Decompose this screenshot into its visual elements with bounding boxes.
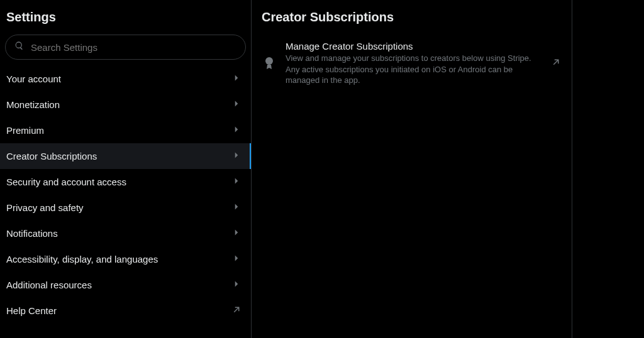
chevron-right-icon (231, 201, 242, 214)
chevron-right-icon (231, 150, 242, 163)
sidebar-item-label: Premium (6, 125, 44, 136)
search-icon (14, 41, 25, 53)
sidebar-item-label: Additional resources (6, 280, 92, 290)
chevron-right-icon (231, 72, 242, 85)
search-input[interactable] (31, 42, 236, 53)
sidebar-item-creator-subscriptions[interactable]: Creator Subscriptions (0, 143, 251, 169)
sidebar-item-label: Help Center (6, 305, 57, 316)
sidebar-item-privacy[interactable]: Privacy and safety (0, 195, 251, 221)
chevron-right-icon (231, 124, 242, 137)
sidebar-item-label: Accessibility, display, and languages (6, 254, 158, 264)
sidebar-item-notifications[interactable]: Notifications (0, 221, 251, 246)
sidebar-item-premium[interactable]: Premium (0, 117, 251, 143)
svg-point-0 (265, 57, 273, 65)
card-description: View and manage your subscriptions to cr… (286, 53, 540, 86)
card-text: Manage Creator Subscriptions View and ma… (277, 41, 550, 86)
sidebar-item-additional-resources[interactable]: Additional resources (0, 272, 251, 298)
chevron-right-icon (231, 278, 242, 292)
sidebar-item-label: Your account (6, 74, 61, 84)
search-field[interactable] (5, 35, 246, 60)
sidebar-title: Settings (0, 6, 251, 31)
badge-icon (262, 57, 277, 70)
sidebar-item-help-center[interactable]: Help Center (0, 298, 251, 324)
sidebar-item-security[interactable]: Security and account access (0, 169, 251, 195)
chevron-right-icon (231, 175, 242, 188)
page-title: Creator Subscriptions (252, 6, 572, 35)
settings-sidebar: Settings Your account Monetization Premi… (0, 0, 252, 338)
sidebar-item-accessibility[interactable]: Accessibility, display, and languages (0, 246, 251, 272)
main-panel: Creator Subscriptions Manage Creator Sub… (252, 0, 572, 338)
chevron-right-icon (231, 253, 242, 266)
sidebar-item-label: Monetization (6, 99, 60, 110)
external-link-icon (550, 57, 562, 70)
search-container (0, 31, 251, 66)
chevron-right-icon (231, 227, 242, 240)
right-gutter (572, 0, 644, 338)
card-heading: Manage Creator Subscriptions (286, 41, 540, 52)
sidebar-item-label: Creator Subscriptions (6, 151, 97, 161)
sidebar-item-label: Security and account access (6, 177, 126, 187)
chevron-right-icon (231, 98, 242, 111)
manage-subscriptions-card[interactable]: Manage Creator Subscriptions View and ma… (252, 35, 572, 92)
sidebar-item-monetization[interactable]: Monetization (0, 92, 251, 117)
settings-menu: Your account Monetization Premium Creato… (0, 66, 251, 324)
sidebar-item-label: Notifications (6, 228, 58, 239)
external-link-icon (231, 304, 242, 317)
app-root: Settings Your account Monetization Premi… (0, 0, 644, 338)
sidebar-item-your-account[interactable]: Your account (0, 66, 251, 92)
sidebar-item-label: Privacy and safety (6, 202, 84, 213)
